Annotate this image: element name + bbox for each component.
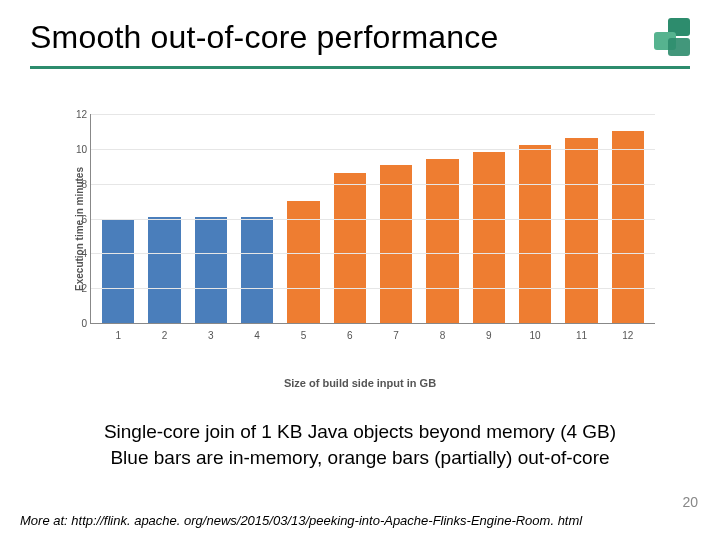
bar: [565, 138, 597, 323]
gridline: [91, 219, 655, 220]
caption: Single-core join of 1 KB Java objects be…: [40, 419, 680, 470]
bar: [241, 217, 273, 323]
logo-icon: [642, 18, 690, 56]
bar: [519, 145, 551, 323]
y-tick: 4: [69, 248, 87, 259]
x-tick: 6: [347, 330, 353, 341]
x-tick: 1: [115, 330, 121, 341]
y-tick: 0: [69, 318, 87, 329]
x-tick: 3: [208, 330, 214, 341]
x-tick: 2: [162, 330, 168, 341]
x-tick: 8: [440, 330, 446, 341]
bar: [334, 173, 366, 323]
gridline: [91, 288, 655, 289]
x-tick: 9: [486, 330, 492, 341]
page-number: 20: [682, 494, 698, 510]
y-tick: 8: [69, 178, 87, 189]
y-tick: 12: [69, 109, 87, 120]
x-tick: 11: [576, 330, 587, 341]
x-tick: 7: [393, 330, 399, 341]
bar: [473, 152, 505, 323]
plot-area: 123456789101112 024681012: [90, 114, 655, 324]
bar: [380, 165, 412, 323]
x-axis-label: Size of build side input in GB: [284, 377, 436, 389]
y-tick: 2: [69, 283, 87, 294]
x-tick: 4: [254, 330, 260, 341]
caption-line-1: Single-core join of 1 KB Java objects be…: [40, 419, 680, 445]
gridline: [91, 184, 655, 185]
gridline: [91, 253, 655, 254]
chart: Execution time in minutes Size of build …: [60, 109, 660, 349]
caption-line-2: Blue bars are in-memory, orange bars (pa…: [40, 445, 680, 471]
footer-source: More at: http://flink. apache. org/news/…: [20, 513, 582, 528]
gridline: [91, 114, 655, 115]
bar: [102, 219, 134, 324]
x-tick: 5: [301, 330, 307, 341]
header-rule: [30, 66, 690, 69]
slide-title: Smooth out-of-core performance: [30, 19, 642, 56]
gridline: [91, 149, 655, 150]
x-tick: 12: [622, 330, 633, 341]
bar: [148, 217, 180, 323]
y-tick: 6: [69, 213, 87, 224]
y-tick: 10: [69, 143, 87, 154]
slide-header: Smooth out-of-core performance: [0, 0, 720, 56]
bar: [195, 217, 227, 323]
bar: [612, 131, 644, 323]
x-tick: 10: [530, 330, 541, 341]
